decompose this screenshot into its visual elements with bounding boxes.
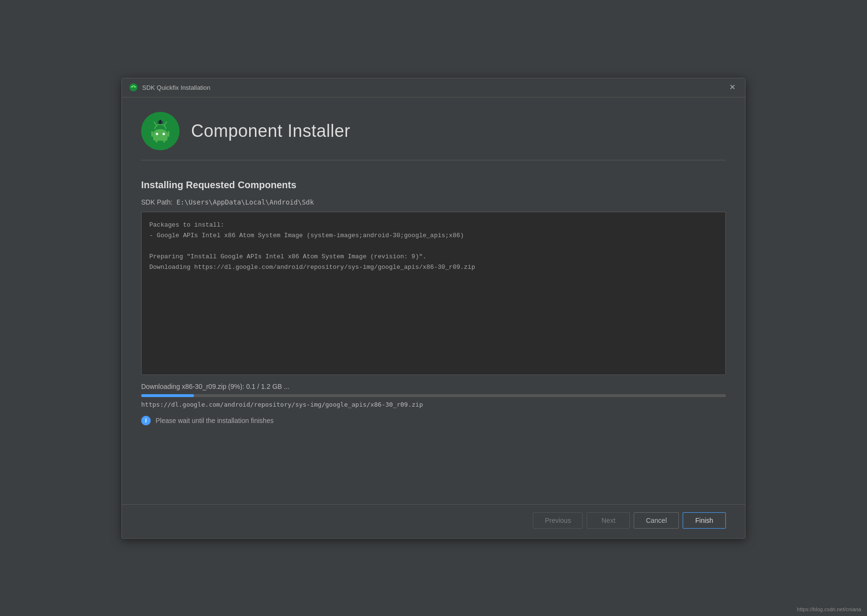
close-button[interactable]: ✕ <box>726 83 738 92</box>
log-area: Packages to install: - Google APIs Intel… <box>141 212 726 375</box>
window-title: SDK Quickfix Installation <box>142 84 726 91</box>
watermark: https://blog.csdn.net/cniana <box>797 606 861 612</box>
sdk-path-value: E:\Users\AppData\Local\Android\Sdk <box>176 198 314 206</box>
log-text: Packages to install: - Google APIs Intel… <box>149 220 718 273</box>
android-logo-icon <box>129 83 138 92</box>
info-row: i Please wait until the installation fin… <box>141 416 726 425</box>
main-content: Component Installer Installing Requested… <box>122 97 745 504</box>
section-title: Installing Requested Components <box>141 180 726 191</box>
footer: Previous Next Cancel Finish <box>122 504 745 538</box>
svg-rect-6 <box>168 131 169 137</box>
svg-point-2 <box>134 86 135 87</box>
cancel-button[interactable]: Cancel <box>634 512 679 529</box>
main-window: SDK Quickfix Installation ✕ <box>121 78 746 539</box>
android-icon <box>146 117 175 145</box>
header-section: Component Installer <box>141 112 726 160</box>
svg-point-1 <box>132 86 133 87</box>
previous-button[interactable]: Previous <box>533 512 583 529</box>
svg-rect-7 <box>156 138 157 143</box>
finish-button[interactable]: Finish <box>683 512 726 529</box>
logo-circle <box>141 112 180 150</box>
svg-rect-5 <box>151 131 153 137</box>
info-message: Please wait until the installation finis… <box>156 417 274 424</box>
page-title: Component Installer <box>191 121 350 141</box>
sdk-path-row: SDK Path: E:\Users\AppData\Local\Android… <box>141 198 726 206</box>
sdk-path-label: SDK Path: <box>141 198 172 206</box>
progress-bar-container <box>141 394 726 397</box>
svg-point-3 <box>156 133 158 135</box>
svg-point-4 <box>163 133 165 135</box>
svg-rect-8 <box>163 138 165 143</box>
svg-point-0 <box>130 84 138 92</box>
progress-bar-fill <box>141 394 194 397</box>
download-url: https://dl.google.com/android/repository… <box>141 401 726 408</box>
next-button[interactable]: Next <box>587 512 630 529</box>
download-status: Downloading x86-30_r09.zip (9%): 0.1 / 1… <box>141 383 726 390</box>
title-bar: SDK Quickfix Installation ✕ <box>122 78 745 97</box>
info-icon: i <box>141 416 151 425</box>
